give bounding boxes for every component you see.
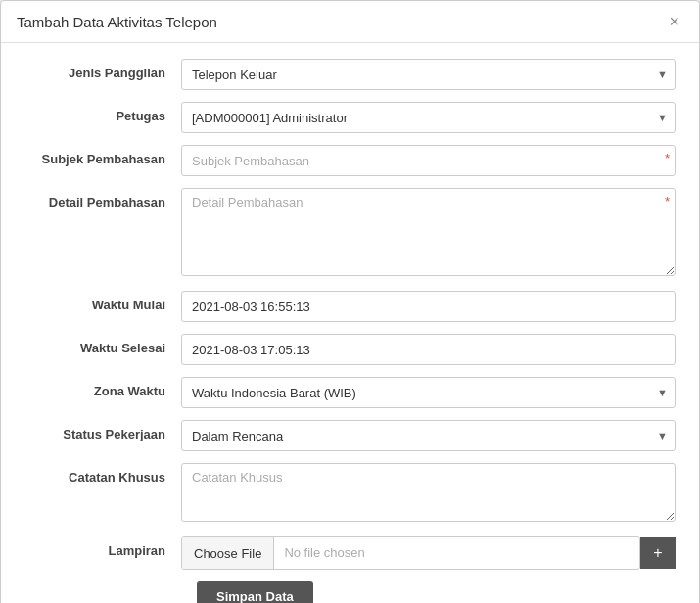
detail-required-star: * — [665, 194, 670, 209]
catatan-khusus-textarea[interactable] — [181, 463, 676, 522]
petugas-row: Petugas [ADM000001] Administrator ▼ — [24, 102, 676, 133]
waktu-mulai-label: Waktu Mulai — [24, 291, 181, 312]
modal-body: Jenis Panggilan Telepon Keluar Telepon M… — [1, 43, 699, 603]
catatan-khusus-row: Catatan Khusus — [24, 463, 676, 525]
submit-button[interactable]: Simpan Data — [197, 581, 313, 603]
status-pekerjaan-row: Status Pekerjaan Dalam Rencana Sedang Be… — [24, 420, 676, 451]
modal-header: Tambah Data Aktivitas Telepon × — [1, 1, 699, 43]
subjek-pembahasan-input[interactable] — [181, 145, 676, 176]
file-name-label: No file chosen — [274, 537, 639, 569]
petugas-wrap: [ADM000001] Administrator ▼ — [181, 102, 676, 133]
status-pekerjaan-select[interactable]: Dalam Rencana Sedang Berjalan Selesai — [181, 420, 676, 451]
lampiran-row: Lampiran Choose File No file chosen + — [24, 536, 676, 570]
status-pekerjaan-wrap: Dalam Rencana Sedang Berjalan Selesai ▼ — [181, 420, 676, 451]
petugas-label: Petugas — [24, 102, 181, 123]
subjek-pembahasan-label: Subjek Pembahasan — [24, 145, 181, 166]
detail-pembahasan-label: Detail Pembahasan — [24, 188, 181, 209]
petugas-select[interactable]: [ADM000001] Administrator — [181, 102, 676, 133]
zona-waktu-select[interactable]: Waktu Indonesia Barat (WIB) Waktu Indone… — [181, 377, 676, 408]
waktu-selesai-label: Waktu Selesai — [24, 334, 181, 355]
waktu-selesai-row: Waktu Selesai — [24, 334, 676, 365]
status-pekerjaan-label: Status Pekerjaan — [24, 420, 181, 441]
choose-file-button[interactable]: Choose File — [182, 537, 274, 569]
zona-waktu-row: Zona Waktu Waktu Indonesia Barat (WIB) W… — [24, 377, 676, 408]
waktu-selesai-wrap — [181, 334, 676, 365]
modal-dialog: Tambah Data Aktivitas Telepon × Jenis Pa… — [0, 0, 700, 603]
file-input-container: Choose File No file chosen — [181, 536, 640, 570]
jenis-panggilan-wrap: Telepon Keluar Telepon Masuk ▼ — [181, 59, 676, 90]
catatan-khusus-label: Catatan Khusus — [24, 463, 181, 485]
modal-title: Tambah Data Aktivitas Telepon — [17, 14, 217, 30]
file-row: Choose File No file chosen + — [181, 536, 676, 570]
zona-waktu-label: Zona Waktu — [24, 377, 181, 398]
jenis-panggilan-label: Jenis Panggilan — [24, 59, 181, 80]
lampiran-label: Lampiran — [24, 536, 181, 558]
submit-row: Simpan Data — [24, 581, 676, 603]
lampiran-wrap: Choose File No file chosen + — [181, 536, 676, 570]
close-button[interactable]: × — [665, 13, 683, 30]
jenis-panggilan-row: Jenis Panggilan Telepon Keluar Telepon M… — [24, 59, 676, 90]
detail-pembahasan-textarea[interactable] — [181, 188, 676, 276]
waktu-selesai-input[interactable] — [181, 334, 676, 365]
waktu-mulai-wrap — [181, 291, 676, 322]
subjek-pembahasan-wrap: * — [181, 145, 676, 176]
jenis-panggilan-select[interactable]: Telepon Keluar Telepon Masuk — [181, 59, 676, 90]
zona-waktu-wrap: Waktu Indonesia Barat (WIB) Waktu Indone… — [181, 377, 676, 408]
detail-pembahasan-wrap: * — [181, 188, 676, 279]
waktu-mulai-row: Waktu Mulai — [24, 291, 676, 322]
add-file-button[interactable]: + — [640, 537, 676, 569]
detail-pembahasan-row: Detail Pembahasan * — [24, 188, 676, 279]
catatan-khusus-wrap — [181, 463, 676, 525]
waktu-mulai-input[interactable] — [181, 291, 676, 322]
subjek-required-star: * — [665, 151, 670, 165]
subjek-pembahasan-row: Subjek Pembahasan * — [24, 145, 676, 176]
